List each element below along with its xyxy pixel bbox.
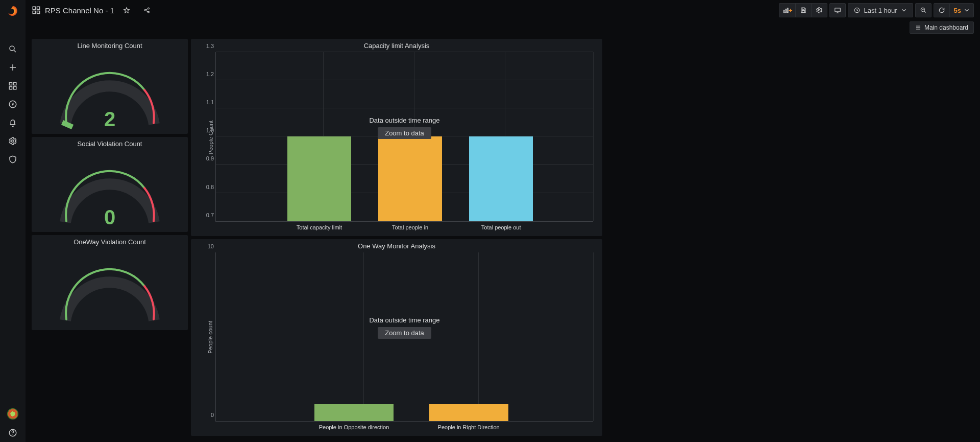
svg-rect-5 xyxy=(14,82,16,85)
svg-rect-4 xyxy=(9,82,12,85)
svg-rect-25 xyxy=(787,8,788,13)
svg-rect-27 xyxy=(802,11,805,12)
svg-rect-13 xyxy=(33,7,35,9)
gauge xyxy=(56,258,163,327)
y-axis-label: People count xyxy=(207,321,213,354)
svg-rect-14 xyxy=(37,7,40,9)
svg-marker-17 xyxy=(124,8,130,13)
time-range-picker[interactable]: Last 1 hour xyxy=(848,3,913,17)
chart-plot: 10 0 People in Opposite direction People… xyxy=(215,252,593,422)
settings-button[interactable] xyxy=(811,3,827,17)
panel-line-monitoring-count[interactable]: Line Monitoring Count 2 xyxy=(32,39,188,134)
svg-line-22 xyxy=(146,11,148,12)
dashboards-home-icon[interactable] xyxy=(32,6,41,15)
panel-title: One Way Monitor Analysis xyxy=(191,239,602,251)
avatar[interactable] xyxy=(7,408,18,420)
gauge-value: 2 xyxy=(104,108,115,131)
explore-icon[interactable] xyxy=(7,99,18,110)
chevron-down-icon xyxy=(963,7,970,14)
star-icon[interactable] xyxy=(118,3,135,17)
share-icon[interactable] xyxy=(139,3,155,17)
svg-point-10 xyxy=(12,140,14,143)
svg-point-0 xyxy=(10,46,14,51)
zoom-out-button[interactable] xyxy=(915,3,932,17)
gauge-value: 0 xyxy=(104,206,115,229)
config-icon[interactable] xyxy=(7,135,18,147)
panel-social-violation-count[interactable]: Social Violation Count 0 xyxy=(32,137,188,232)
page-title[interactable]: RPS Channel No - 1 xyxy=(45,6,114,15)
chevron-down-icon xyxy=(900,7,908,14)
svg-rect-26 xyxy=(802,8,804,9)
panel-title: Line Monitoring Count xyxy=(32,39,188,51)
panel-oneway-violation-count[interactable]: OneWay Violation Count xyxy=(32,235,188,330)
svg-point-12 xyxy=(12,434,13,435)
breadcrumb: RPS Channel No - 1 xyxy=(32,3,155,17)
grafana-logo[interactable] xyxy=(6,5,20,19)
admin-icon[interactable] xyxy=(7,154,18,165)
svg-rect-15 xyxy=(33,11,35,14)
time-range-label: Last 1 hour xyxy=(864,7,897,14)
plus-icon[interactable] xyxy=(7,62,18,73)
y-axis-label: People Count xyxy=(208,120,214,154)
zoom-to-data-button[interactable]: Zoom to data xyxy=(378,127,431,139)
svg-rect-24 xyxy=(786,9,787,13)
left-nav xyxy=(0,0,26,442)
out-of-range-message: Data outside time range xyxy=(369,117,439,124)
cycle-view-button[interactable] xyxy=(829,3,846,17)
svg-rect-6 xyxy=(9,87,12,89)
svg-marker-9 xyxy=(12,103,14,106)
top-toolbar: RPS Channel No - 1 + Last 1 hour 5s xyxy=(26,0,980,20)
svg-rect-29 xyxy=(835,8,841,12)
zoom-to-data-button[interactable]: Zoom to data xyxy=(378,327,431,339)
svg-rect-23 xyxy=(783,10,785,13)
panel-title: Capacity limit Analysis xyxy=(191,39,602,51)
alerting-icon[interactable] xyxy=(7,117,18,128)
svg-rect-7 xyxy=(14,87,16,89)
svg-line-1 xyxy=(14,50,16,52)
svg-line-34 xyxy=(924,11,925,13)
save-button[interactable] xyxy=(795,3,812,17)
add-panel-button[interactable]: + xyxy=(779,3,796,17)
out-of-range-message: Data outside time range xyxy=(369,316,439,324)
main-dashboard-link[interactable]: Main dashboard xyxy=(910,21,974,34)
panel-title: Social Violation Count xyxy=(32,137,188,149)
svg-point-28 xyxy=(819,9,821,11)
refresh-button[interactable] xyxy=(934,3,950,17)
svg-line-21 xyxy=(146,9,148,10)
chart-plot: 1.3 1.2 1.1 1.0 0.9 0.8 0.7 Tot xyxy=(215,52,593,222)
sub-toolbar: Main dashboard xyxy=(26,20,980,35)
search-icon[interactable] xyxy=(7,43,18,55)
help-icon[interactable] xyxy=(7,427,18,438)
panel-title: OneWay Violation Count xyxy=(32,235,188,247)
panel-capacity-limit-analysis[interactable]: Capacity limit Analysis People Count 1.3… xyxy=(191,39,602,236)
panel-one-way-monitor-analysis[interactable]: One Way Monitor Analysis People count 10… xyxy=(191,239,602,436)
refresh-interval-picker[interactable]: 5s xyxy=(949,3,974,17)
dashboards-icon[interactable] xyxy=(7,80,18,91)
svg-rect-16 xyxy=(37,11,40,14)
